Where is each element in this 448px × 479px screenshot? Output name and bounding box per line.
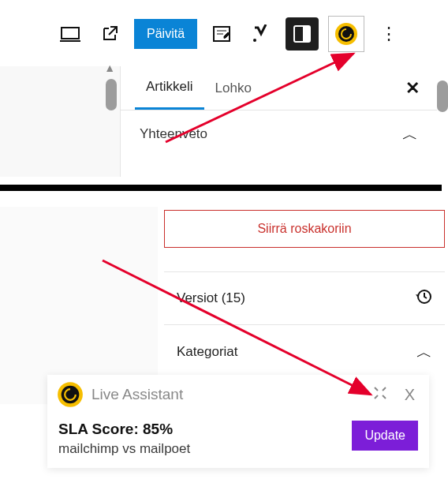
more-menu-button[interactable]: ⋮ <box>374 24 404 44</box>
scroll-up-arrow-icon: ▲ <box>104 62 115 74</box>
section-summary-label: Yhteenveto <box>140 126 207 142</box>
sla-score-line: SLA Score: 85% <box>58 421 352 438</box>
sla-keyword: mailchimp vs mailpoet <box>58 441 352 457</box>
section-divider <box>0 185 442 191</box>
device-preview-button[interactable] <box>55 19 85 49</box>
live-assistant-panel: Live Assistant X SLA Score: 85% mailchim… <box>47 375 429 468</box>
svg-point-3 <box>253 39 256 42</box>
edit-post-button[interactable] <box>207 19 237 49</box>
scrollbar-thumb[interactable] <box>106 79 117 110</box>
tab-article[interactable]: Artikkeli <box>135 66 204 110</box>
categories-row[interactable]: Kategoriat ︿ <box>164 325 445 379</box>
categories-label: Kategoriat <box>177 344 238 360</box>
open-external-button[interactable] <box>95 19 125 49</box>
update-button[interactable]: Update <box>352 421 418 451</box>
settings-panel-toggle[interactable] <box>286 17 319 51</box>
section-summary-row[interactable]: Yhteenveto ︿ <box>121 110 437 158</box>
yoast-icon[interactable] <box>246 19 276 49</box>
chevron-up-icon: ︿ <box>416 342 432 363</box>
tab-block[interactable]: Lohko <box>204 66 263 110</box>
scrollbar-thumb[interactable] <box>437 80 448 112</box>
close-sidebar-button[interactable]: ✕ <box>405 78 420 99</box>
svg-rect-0 <box>62 28 79 39</box>
publish-button[interactable]: Päivitä <box>134 19 197 49</box>
expand-icon[interactable] <box>368 386 392 404</box>
close-assistant-button[interactable]: X <box>400 386 420 404</box>
revisions-label: Versiot (15) <box>177 290 245 306</box>
left-scroll-gutter: ▲ <box>0 66 120 177</box>
move-to-trash-button[interactable]: Siirrä roskakoriin <box>164 210 445 248</box>
live-assistant-toolbar-icon[interactable] <box>328 16 364 52</box>
svg-rect-5 <box>303 26 310 42</box>
live-assistant-title: Live Assistant <box>91 386 183 403</box>
chevron-up-icon: ︿ <box>402 124 418 145</box>
history-icon <box>415 288 432 309</box>
revisions-row[interactable]: Versiot (15) <box>164 271 445 325</box>
live-assistant-logo-icon <box>57 381 84 408</box>
